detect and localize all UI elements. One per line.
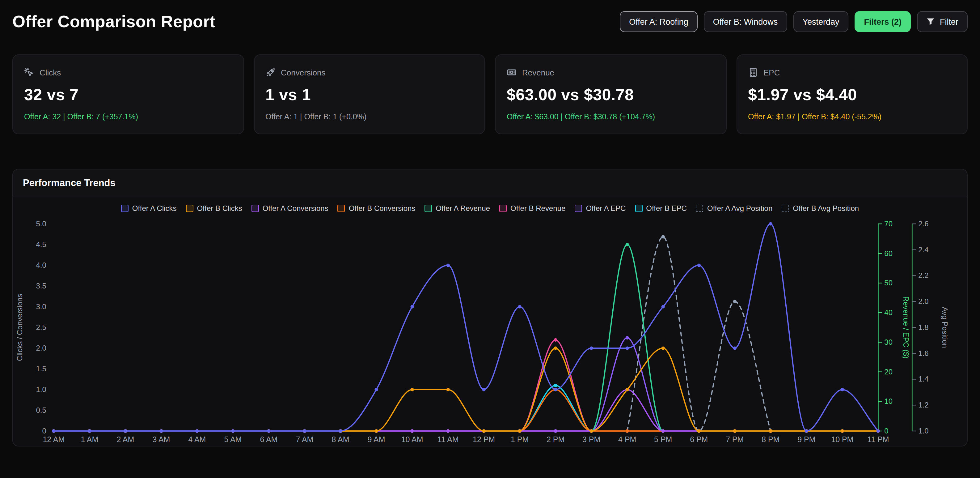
legend-swatch bbox=[251, 205, 259, 212]
x-axis-tick: 8 PM bbox=[762, 435, 780, 444]
legend-swatch bbox=[425, 205, 432, 212]
legend-item-offer-a-epc[interactable]: Offer A EPC bbox=[575, 204, 626, 213]
stat-card-clicks-header: Clicks bbox=[24, 67, 232, 77]
legend-swatch bbox=[575, 205, 582, 212]
data-point bbox=[482, 429, 485, 433]
stat-card-revenue: Revenue$63.00 vs $30.78Offer A: $63.00 |… bbox=[495, 54, 726, 134]
legend-item-offer-b-clicks[interactable]: Offer B Clicks bbox=[186, 204, 242, 213]
legend-label: Offer A Revenue bbox=[436, 204, 490, 213]
position-axis-tick-label: 1.2 bbox=[918, 401, 928, 409]
data-point bbox=[697, 429, 701, 433]
data-point bbox=[590, 346, 593, 350]
click-icon bbox=[24, 67, 34, 77]
left-axis-tick: 2.0 bbox=[36, 344, 46, 352]
position-axis-tick-label: 2.6 bbox=[918, 220, 928, 228]
x-axis-tick: 6 PM bbox=[690, 435, 708, 444]
stat-card-breakdown: Offer A: 32 | Offer B: 7 (+357.1%) bbox=[24, 113, 232, 121]
revenue-axis-tick-label: 0 bbox=[884, 427, 888, 435]
data-point bbox=[626, 388, 629, 391]
data-point bbox=[590, 429, 593, 433]
stat-card-conversions: Conversions1 vs 1Offer A: 1 | Offer B: 1… bbox=[254, 54, 485, 134]
legend-item-offer-a-avg-position[interactable]: Offer A Avg Position bbox=[696, 204, 772, 213]
legend-label: Offer A Conversions bbox=[262, 204, 328, 213]
date-range-button[interactable]: Yesterday bbox=[793, 11, 848, 32]
x-axis-tick: 1 AM bbox=[81, 435, 98, 444]
left-axis-tick: 4.5 bbox=[36, 240, 46, 249]
panel-title: Performance Trends bbox=[13, 169, 967, 197]
revenue-axis-tick-label: 70 bbox=[884, 220, 892, 228]
data-point bbox=[554, 338, 557, 342]
filter-button[interactable]: Filter bbox=[917, 11, 968, 32]
offer-a-button[interactable]: Offer A: Roofing bbox=[620, 11, 698, 32]
data-point bbox=[195, 429, 199, 433]
date-range-button-label: Yesterday bbox=[802, 17, 839, 26]
data-point bbox=[662, 429, 665, 433]
revenue-axis-title: Revenue / EPC ($) bbox=[902, 296, 910, 358]
x-axis-tick: 1 PM bbox=[511, 435, 529, 444]
chart-legend: Offer A ClicksOffer B ClicksOffer A Conv… bbox=[13, 197, 967, 214]
x-axis-tick: 11 PM bbox=[867, 435, 889, 444]
series-offer-a-epc bbox=[52, 336, 880, 433]
left-axis-tick: 3.0 bbox=[36, 303, 46, 311]
legend-item-offer-b-revenue[interactable]: Offer B Revenue bbox=[499, 204, 565, 213]
data-point bbox=[554, 384, 557, 387]
legend-item-offer-a-revenue[interactable]: Offer A Revenue bbox=[425, 204, 490, 213]
data-point bbox=[554, 346, 557, 350]
data-point bbox=[303, 429, 306, 433]
position-axis-tick-label: 1.8 bbox=[918, 323, 928, 331]
legend-label: Offer A Avg Position bbox=[707, 204, 772, 213]
x-axis-tick: 12 AM bbox=[43, 435, 65, 444]
legend-label: Offer B Conversions bbox=[349, 204, 415, 213]
left-axis-tick: 1.0 bbox=[36, 385, 46, 394]
x-axis-tick: 11 AM bbox=[438, 435, 459, 444]
x-axis-tick: 4 PM bbox=[618, 435, 636, 444]
filters-button[interactable]: Filters (2) bbox=[854, 11, 911, 32]
position-axis-tick-label: 1.4 bbox=[918, 375, 928, 383]
data-point bbox=[662, 346, 665, 350]
legend-label: Offer B EPC bbox=[646, 204, 687, 213]
calculator-icon bbox=[748, 67, 758, 77]
x-axis-tick: 8 AM bbox=[332, 435, 349, 444]
offer-b-button-label: Offer B: Windows bbox=[713, 17, 778, 26]
position-axis-tick-label: 2.0 bbox=[918, 297, 928, 306]
series-offer-b-revenue bbox=[52, 338, 880, 433]
series-offer-a-clicks bbox=[52, 222, 880, 433]
legend-swatch bbox=[186, 205, 193, 212]
legend-swatch bbox=[696, 205, 703, 212]
filters-button-label: Filters (2) bbox=[864, 17, 902, 26]
position-axis-tick-label: 2.4 bbox=[918, 245, 928, 254]
legend-item-offer-b-epc[interactable]: Offer B EPC bbox=[635, 204, 687, 213]
data-point bbox=[662, 235, 665, 238]
rocket-icon bbox=[266, 67, 275, 77]
revenue-axis-tick-label: 40 bbox=[884, 308, 892, 317]
data-point bbox=[733, 300, 737, 303]
data-point bbox=[446, 429, 450, 433]
data-point bbox=[769, 429, 772, 433]
x-axis-tick: 9 PM bbox=[797, 435, 815, 444]
trends-chart: 00.51.01.52.02.53.03.54.04.55.0Clicks / … bbox=[13, 214, 967, 446]
legend-item-offer-a-conversions[interactable]: Offer A Conversions bbox=[251, 204, 328, 213]
left-axis-tick: 1.5 bbox=[36, 365, 46, 373]
data-point bbox=[626, 336, 629, 339]
stat-card-value: $63.00 vs $30.78 bbox=[507, 85, 714, 105]
legend-label: Offer B Clicks bbox=[197, 204, 242, 213]
page-title: Offer Comparison Report bbox=[12, 12, 215, 31]
revenue-axis-tick-label: 30 bbox=[884, 338, 892, 346]
data-point bbox=[841, 429, 844, 433]
x-axis-tick: 3 PM bbox=[582, 435, 600, 444]
legend-item-offer-a-clicks[interactable]: Offer A Clicks bbox=[121, 204, 177, 213]
stat-cards: Clicks32 vs 7Offer A: 32 | Offer B: 7 (+… bbox=[12, 54, 968, 134]
left-axis-tick: 0 bbox=[42, 427, 46, 435]
data-point bbox=[733, 429, 737, 433]
stat-card-value: 32 vs 7 bbox=[24, 85, 232, 105]
stat-card-breakdown: Offer A: $63.00 | Offer B: $30.78 (+104.… bbox=[507, 113, 714, 121]
data-point bbox=[518, 429, 521, 433]
offer-b-button[interactable]: Offer B: Windows bbox=[704, 11, 787, 32]
legend-item-offer-b-avg-position[interactable]: Offer B Avg Position bbox=[782, 204, 859, 213]
x-axis-tick: 6 AM bbox=[260, 435, 278, 444]
data-point bbox=[374, 429, 378, 433]
legend-item-offer-b-conversions[interactable]: Offer B Conversions bbox=[338, 204, 415, 213]
left-axis-tick: 3.5 bbox=[36, 282, 46, 290]
x-axis-tick: 10 PM bbox=[831, 435, 853, 444]
data-point bbox=[159, 429, 163, 433]
